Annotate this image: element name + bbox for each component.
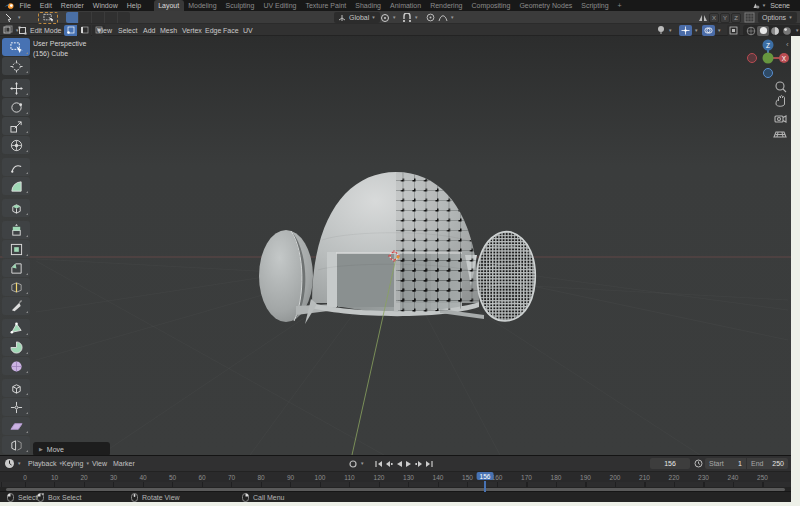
tab-compositing[interactable]: Compositing bbox=[467, 0, 515, 11]
scene-selector[interactable]: ▼ Scene bbox=[751, 1, 790, 10]
menu-add[interactable]: Add bbox=[143, 25, 155, 35]
tab-sculpting[interactable]: Sculpting bbox=[221, 0, 259, 11]
jump-to-start-button[interactable] bbox=[375, 459, 384, 468]
frame-end-field[interactable]: End250 bbox=[747, 458, 788, 469]
tool-extrude-region[interactable] bbox=[2, 221, 30, 239]
jump-prev-keyframe-button[interactable] bbox=[385, 459, 394, 468]
tab-layout[interactable]: Layout bbox=[154, 0, 184, 11]
viewport-3d[interactable]: User Perspective (156) Cube Z X ‹ ▶ Move bbox=[0, 36, 791, 455]
tab-uv-editing[interactable]: UV Editing bbox=[259, 0, 301, 11]
tool-loop-cut[interactable] bbox=[2, 278, 30, 296]
tool-move[interactable] bbox=[2, 79, 30, 97]
select-mode-new[interactable] bbox=[66, 12, 78, 23]
current-frame-indicator[interactable]: 156 bbox=[477, 472, 494, 480]
jump-to-end-button[interactable] bbox=[425, 459, 434, 468]
frame-start-field[interactable]: Start1 bbox=[705, 458, 746, 469]
operator-panel-move[interactable]: ▶ Move bbox=[33, 442, 110, 455]
tab-shading[interactable]: Shading bbox=[351, 0, 386, 11]
tool-smooth[interactable] bbox=[2, 357, 30, 375]
tool-inset-faces[interactable] bbox=[2, 240, 30, 258]
menu-edge[interactable]: Edge bbox=[205, 25, 221, 35]
play-reverse-button[interactable] bbox=[395, 459, 404, 468]
zoom-icon[interactable] bbox=[776, 82, 786, 92]
timeline-ruler[interactable]: 0 10 20 30 40 50 60 70 80 90 100 110 120… bbox=[0, 471, 791, 482]
tab-texture-paint[interactable]: Texture Paint bbox=[301, 0, 351, 11]
tool-transform[interactable] bbox=[2, 136, 30, 154]
vertex-select-mode[interactable] bbox=[64, 25, 77, 36]
add-workspace-button[interactable]: + bbox=[613, 0, 626, 11]
mesh-dome[interactable] bbox=[305, 170, 484, 324]
play-button[interactable] bbox=[405, 459, 414, 468]
solid-shading-active[interactable] bbox=[757, 26, 769, 36]
jump-next-keyframe-button[interactable] bbox=[415, 459, 424, 468]
transform-orientation-dropdown[interactable]: Global ▼ bbox=[334, 12, 380, 23]
menu-edit[interactable]: Edit bbox=[35, 2, 56, 9]
menu-mesh[interactable]: Mesh bbox=[160, 25, 177, 35]
keying-menu[interactable]: Keying▼ bbox=[62, 458, 90, 469]
timeline-editor-type-dropdown[interactable]: ▼ bbox=[4, 458, 21, 469]
select-mode-intersect[interactable] bbox=[118, 12, 130, 23]
tab-rendering[interactable]: Rendering bbox=[426, 0, 467, 11]
tool-select-box[interactable] bbox=[2, 38, 30, 56]
snap-toggle[interactable]: ▼ bbox=[402, 12, 418, 23]
menu-window[interactable]: Window bbox=[88, 2, 122, 9]
material-shading-icon[interactable] bbox=[770, 26, 780, 36]
edge-select-mode[interactable] bbox=[78, 25, 91, 36]
menu-file[interactable]: File bbox=[15, 2, 35, 9]
menu-view[interactable]: View bbox=[97, 25, 112, 35]
tool-annotate[interactable] bbox=[2, 158, 30, 176]
tab-modeling[interactable]: Modeling bbox=[184, 0, 221, 11]
tool-bevel[interactable] bbox=[2, 259, 30, 277]
overlays-toggle[interactable]: ▼ bbox=[702, 25, 721, 35]
wireframe-shading-icon[interactable] bbox=[746, 26, 756, 36]
playback-menu[interactable]: Playback▼ bbox=[28, 458, 63, 469]
tool-rip-region[interactable] bbox=[2, 436, 30, 454]
menu-help[interactable]: Help bbox=[122, 2, 145, 9]
proportional-editing-toggle[interactable] bbox=[426, 12, 435, 23]
navigation-gizmo[interactable]: Z X bbox=[742, 38, 790, 146]
mirror-x-toggle[interactable]: X bbox=[709, 13, 719, 23]
sidebar-toggle-arrow[interactable]: ‹ bbox=[786, 40, 789, 49]
pan-hand-icon[interactable] bbox=[776, 96, 785, 107]
menu-render[interactable]: Render bbox=[56, 2, 88, 9]
gizmos-toggle[interactable]: ▼ bbox=[679, 25, 698, 35]
tab-scripting[interactable]: Scripting bbox=[577, 0, 613, 11]
camera-view-icon[interactable] bbox=[775, 116, 786, 122]
tool-shear[interactable] bbox=[2, 417, 30, 435]
auto-keying-toggle[interactable]: ▼ bbox=[348, 458, 364, 469]
menu-select[interactable]: Select bbox=[118, 25, 137, 35]
tool-spin[interactable] bbox=[2, 338, 30, 356]
rendered-shading-icon[interactable] bbox=[782, 26, 792, 36]
pivot-point-dropdown[interactable]: ▼ bbox=[380, 12, 396, 23]
tool-poly-build[interactable] bbox=[2, 319, 30, 337]
tool-knife[interactable] bbox=[2, 297, 30, 315]
tool-rotate[interactable] bbox=[2, 98, 30, 116]
snap-grid-icon[interactable] bbox=[744, 12, 755, 23]
view-object-types-dropdown[interactable]: ▼ bbox=[656, 25, 672, 35]
menu-face[interactable]: Face bbox=[223, 25, 239, 35]
mesh-right-piece[interactable] bbox=[477, 232, 535, 321]
tool-add-cube[interactable] bbox=[2, 199, 30, 217]
select-mode-extend[interactable] bbox=[79, 12, 91, 23]
playhead-line[interactable] bbox=[484, 481, 486, 492]
tool-shrink-fatten[interactable] bbox=[2, 398, 30, 416]
mode-dropdown[interactable]: Edit Mode ▼ bbox=[18, 25, 70, 35]
tab-geometry-nodes[interactable]: Geometry Nodes bbox=[515, 0, 577, 11]
xray-toggle[interactable] bbox=[727, 25, 740, 35]
view-menu[interactable]: View bbox=[92, 458, 107, 469]
axis-gizmo[interactable]: Z X bbox=[748, 40, 790, 78]
menu-vertex[interactable]: Vertex bbox=[182, 25, 202, 35]
use-preview-range-icon[interactable] bbox=[694, 458, 703, 469]
tool-scale[interactable] bbox=[2, 117, 30, 135]
marker-menu[interactable]: Marker bbox=[113, 458, 135, 469]
tab-animation[interactable]: Animation bbox=[386, 0, 426, 11]
tool-measure[interactable] bbox=[2, 177, 30, 195]
tool-cursor[interactable] bbox=[2, 57, 30, 75]
active-tool-dropdown[interactable]: ▼ bbox=[3, 12, 21, 23]
tool-edge-slide[interactable] bbox=[2, 379, 30, 397]
editor-type-dropdown[interactable]: ▼ bbox=[3, 25, 19, 35]
active-tool-button[interactable] bbox=[38, 12, 58, 24]
falloff-dropdown[interactable]: ▼ bbox=[438, 12, 454, 23]
menu-uv[interactable]: UV bbox=[243, 25, 253, 35]
mirror-z-toggle[interactable]: Z bbox=[731, 13, 741, 23]
